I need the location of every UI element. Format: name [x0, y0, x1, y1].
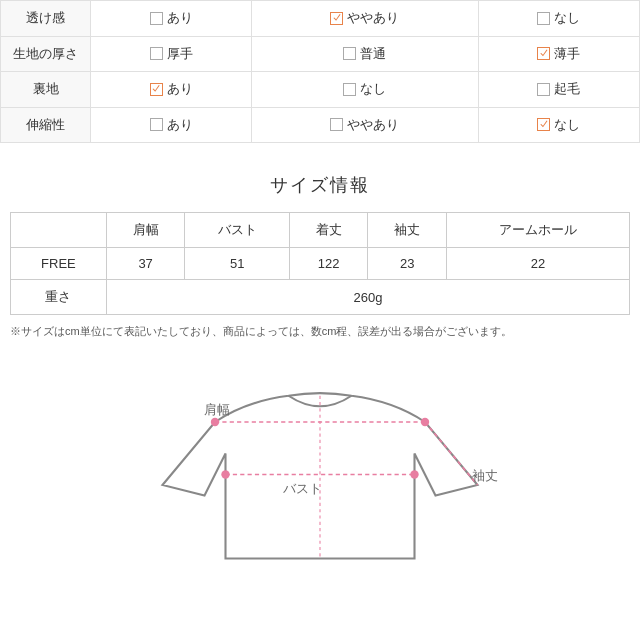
size-table-wrap: 肩幅バスト着丈袖丈アームホール FREE37511222322重さ260g: [0, 212, 640, 315]
property-label: 生地の厚さ: [1, 36, 91, 72]
property-cell: なし: [478, 1, 639, 37]
checkbox-checked: [330, 12, 343, 25]
size-header-cell: バスト: [185, 213, 290, 248]
property-cell: あり: [91, 107, 252, 143]
property-cell: ややあり: [252, 107, 479, 143]
size-value-cell: 37: [106, 248, 184, 280]
size-row-label: FREE: [11, 248, 107, 280]
size-section-title: サイズ情報: [0, 143, 640, 212]
size-header-cell: 肩幅: [106, 213, 184, 248]
checkbox-label: なし: [360, 80, 386, 98]
property-cell: ややあり: [252, 1, 479, 37]
size-value-cell: 122: [289, 248, 367, 280]
size-note: ※サイズはcm単位にて表記いたしており、商品によっては、数cm程、誤差が出る場合…: [0, 315, 640, 349]
checkbox-label: 起毛: [554, 80, 580, 98]
checkbox-label: あり: [167, 116, 193, 134]
diagram-section: 肩幅 バスト 袖丈: [0, 349, 640, 569]
checkbox-label: ややあり: [347, 9, 399, 27]
size-value-cell: 22: [446, 248, 629, 280]
checkbox-unchecked: [150, 118, 163, 131]
weight-label: 重さ: [11, 280, 107, 315]
size-value-cell: 51: [185, 248, 290, 280]
checkbox-checked: [150, 83, 163, 96]
checkbox-label: あり: [167, 9, 193, 27]
property-cell: あり: [91, 1, 252, 37]
property-cell: 起毛: [478, 72, 639, 108]
svg-text:バスト: バスト: [282, 482, 322, 496]
svg-text:袖丈: 袖丈: [472, 468, 498, 482]
property-cell: あり: [91, 72, 252, 108]
checkbox-label: ややあり: [347, 116, 399, 134]
checkbox-label: あり: [167, 80, 193, 98]
property-label: 裏地: [1, 72, 91, 108]
checkbox-unchecked: [537, 12, 550, 25]
svg-point-1: [211, 417, 219, 425]
checkbox-unchecked: [150, 47, 163, 60]
checkbox-unchecked: [150, 12, 163, 25]
size-value-cell: 23: [368, 248, 446, 280]
size-header-cell: アームホール: [446, 213, 629, 248]
checkbox-label: 普通: [360, 45, 386, 63]
property-cell: 厚手: [91, 36, 252, 72]
checkbox-unchecked: [343, 47, 356, 60]
svg-text:肩幅: 肩幅: [205, 401, 231, 416]
checkbox-label: 厚手: [167, 45, 193, 63]
checkbox-label: なし: [554, 116, 580, 134]
checkbox-unchecked: [343, 83, 356, 96]
checkbox-checked: [537, 47, 550, 60]
size-table: 肩幅バスト着丈袖丈アームホール FREE37511222322重さ260g: [10, 212, 630, 315]
checkbox-unchecked: [330, 118, 343, 131]
checkbox-checked: [537, 118, 550, 131]
checkbox-unchecked: [537, 83, 550, 96]
size-header-cell: [11, 213, 107, 248]
property-label: 透け感: [1, 1, 91, 37]
property-cell: 薄手: [478, 36, 639, 72]
svg-point-4: [221, 470, 229, 478]
size-header-cell: 袖丈: [368, 213, 446, 248]
checkbox-label: 薄手: [554, 45, 580, 63]
diagram-svg: 肩幅 バスト 袖丈: [10, 359, 630, 569]
checkbox-label: なし: [554, 9, 580, 27]
weight-value: 260g: [106, 280, 629, 315]
property-cell: なし: [478, 107, 639, 143]
property-label: 伸縮性: [1, 107, 91, 143]
svg-point-5: [410, 470, 418, 478]
property-cell: なし: [252, 72, 479, 108]
property-cell: 普通: [252, 36, 479, 72]
properties-table: 透け感ありややありなし生地の厚さ厚手普通薄手裏地ありなし起毛伸縮性ありややありな…: [0, 0, 640, 143]
size-header-cell: 着丈: [289, 213, 367, 248]
